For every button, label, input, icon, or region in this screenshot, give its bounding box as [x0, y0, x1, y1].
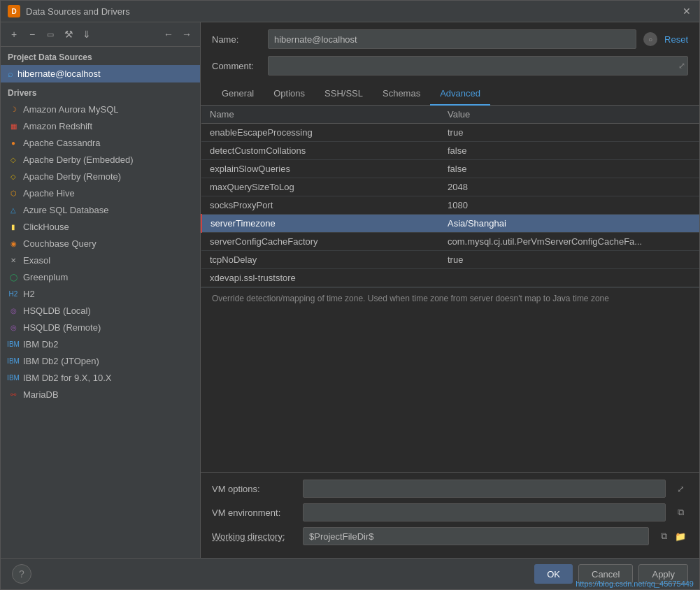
- working-dir-copy-btn[interactable]: ⧉: [656, 528, 671, 544]
- working-dir-label: Working directory:: [212, 531, 296, 542]
- table-row[interactable]: maxQuerySizeToLog 2048: [201, 178, 699, 196]
- table-cell-value: Asia/Shanghai: [439, 215, 699, 233]
- tab-general[interactable]: General: [212, 82, 264, 106]
- tab-ssh_ssl[interactable]: SSH/SSL: [315, 82, 373, 106]
- working-dir-input[interactable]: [303, 527, 649, 545]
- driver-name: Azure SQL Database: [23, 205, 108, 215]
- table-row[interactable]: explainSlowQueries false: [201, 160, 699, 178]
- driver-item[interactable]: △ Azure SQL Database: [1, 201, 200, 218]
- vm-options-expand-btn[interactable]: ⤢: [673, 481, 688, 496]
- copy-button[interactable]: ▭: [43, 27, 58, 42]
- name-label: Name:: [212, 34, 261, 45]
- driver-name: IBM Db2 (JTOpen): [23, 356, 99, 366]
- driver-item[interactable]: IBM IBM Db2 (JTOpen): [1, 352, 200, 369]
- vm-options-input[interactable]: [303, 480, 666, 498]
- props-tbody: enableEscapeProcessing true detectCustom…: [201, 124, 699, 287]
- close-button[interactable]: ✕: [681, 6, 692, 17]
- table-cell-value: 1080: [439, 196, 699, 215]
- ok-button[interactable]: OK: [534, 564, 573, 584]
- data-source-item[interactable]: ⌕ hibernate@localhost: [1, 65, 200, 82]
- driver-item[interactable]: ◇ Apache Derby (Remote): [1, 168, 200, 185]
- driver-icon: ✕: [8, 254, 19, 266]
- driver-icon: ▮: [8, 221, 19, 232]
- vm-env-input[interactable]: [303, 503, 666, 521]
- driver-item[interactable]: ✕ Exasol: [1, 252, 200, 268]
- table-row[interactable]: socksProxyPort 1080: [201, 196, 699, 215]
- working-dir-browse-btn[interactable]: 📁: [673, 528, 688, 544]
- table-row[interactable]: serverConfigCacheFactory com.mysql.cj.ut…: [201, 233, 699, 251]
- working-dir-row: Working directory: ⧉ 📁: [212, 527, 688, 545]
- tab-advanced[interactable]: Advanced: [430, 82, 490, 106]
- reset-icon[interactable]: ○: [643, 32, 657, 46]
- driver-icon: ▦: [8, 120, 19, 131]
- datasource-icon: ⌕: [8, 69, 13, 79]
- driver-item[interactable]: ◎ HSQLDB (Local): [1, 302, 200, 319]
- driver-item[interactable]: ◯ Greenplum: [1, 268, 200, 285]
- reset-link[interactable]: Reset: [664, 34, 688, 45]
- table-row[interactable]: detectCustomCollations false: [201, 142, 699, 160]
- app-icon: D: [8, 5, 20, 17]
- driver-name: Apache Derby (Embedded): [23, 154, 134, 165]
- driver-name: Apache Hive: [23, 188, 75, 199]
- table-row[interactable]: xdevapi.ssl-truststore: [201, 269, 699, 287]
- table-row[interactable]: tcpNoDelay true: [201, 251, 699, 269]
- driver-item[interactable]: ◇ Apache Derby (Embedded): [1, 151, 200, 168]
- tab-options[interactable]: Options: [264, 82, 315, 106]
- tab-schemas[interactable]: Schemas: [373, 82, 430, 106]
- remove-button[interactable]: −: [24, 27, 40, 42]
- comment-input-wrap: ⤢: [268, 56, 688, 75]
- tabs-bar: GeneralOptionsSSH/SSLSchemasAdvanced: [201, 82, 699, 106]
- table-cell-name: serverConfigCacheFactory: [201, 233, 439, 251]
- driver-icon: ◇: [8, 154, 19, 165]
- driver-item[interactable]: ☽ Amazon Aurora MySQL: [1, 101, 200, 117]
- driver-icon: ⚯: [8, 389, 19, 400]
- driver-item[interactable]: ▮ ClickHouse: [1, 218, 200, 235]
- driver-name: Couchbase Query: [23, 238, 97, 249]
- help-button[interactable]: ?: [12, 564, 31, 584]
- project-data-sources-label: Project Data Sources: [1, 47, 200, 65]
- driver-item[interactable]: ▦ Amazon Redshift: [1, 117, 200, 134]
- import-button[interactable]: ⇓: [79, 27, 94, 42]
- table-cell-value: true: [439, 124, 699, 142]
- driver-icon: ◉: [8, 238, 19, 249]
- back-button[interactable]: ←: [161, 27, 176, 42]
- main-content: + − ▭ ⚒ ⇓ ← → Project Data Sources ⌕ hib…: [1, 22, 699, 558]
- table-cell-name: detectCustomCollations: [201, 142, 439, 160]
- driver-item[interactable]: IBM IBM Db2: [1, 336, 200, 352]
- forward-button[interactable]: →: [179, 27, 194, 42]
- driver-name: Amazon Redshift: [23, 121, 92, 131]
- driver-icon: ●: [8, 137, 19, 148]
- driver-item[interactable]: ⬡ Apache Hive: [1, 185, 200, 201]
- driver-item[interactable]: ⚯ MariaDB: [1, 386, 200, 403]
- table-row[interactable]: enableEscapeProcessing true: [201, 124, 699, 142]
- table-row[interactable]: serverTimezone Asia/Shanghai: [201, 215, 699, 233]
- table-cell-name: xdevapi.ssl-truststore: [201, 269, 439, 287]
- driver-icon: ☽: [8, 103, 19, 115]
- driver-item[interactable]: ◉ Couchbase Query: [1, 235, 200, 252]
- name-input[interactable]: [268, 29, 636, 49]
- driver-icon: ⬡: [8, 187, 19, 199]
- vm-env-icons: ⧉: [673, 505, 688, 520]
- table-cell-name: socksProxyPort: [201, 196, 439, 215]
- dialog: D Data Sources and Drivers ✕ + − ▭ ⚒ ⇓ ←…: [0, 0, 700, 590]
- settings-button[interactable]: ⚒: [61, 27, 76, 42]
- table-cell-value: true: [439, 251, 699, 269]
- bottom-fields: VM options: ⤢ VM environment: ⧉ Working …: [201, 472, 699, 558]
- driver-item[interactable]: ● Apache Cassandra: [1, 134, 200, 151]
- driver-name: HSQLDB (Local): [23, 305, 91, 316]
- drivers-label: Drivers: [1, 82, 200, 101]
- add-button[interactable]: +: [6, 27, 22, 42]
- driver-name: IBM Db2 for 9.X, 10.X: [23, 373, 111, 383]
- right-panel: Name: ○ Reset Comment: ⤢ GeneralOptionsS…: [201, 22, 699, 558]
- left-panel: + − ▭ ⚒ ⇓ ← → Project Data Sources ⌕ hib…: [1, 22, 201, 558]
- comment-input[interactable]: [268, 56, 688, 75]
- expand-icon[interactable]: ⤢: [678, 61, 685, 71]
- vm-env-copy-btn[interactable]: ⧉: [673, 505, 688, 520]
- driver-item[interactable]: ◎ HSQLDB (Remote): [1, 319, 200, 336]
- table-cell-value: [439, 269, 699, 287]
- vm-options-icons: ⤢: [673, 481, 688, 496]
- driver-item[interactable]: IBM IBM Db2 for 9.X, 10.X: [1, 369, 200, 386]
- driver-name: Apache Derby (Remote): [23, 171, 121, 182]
- driver-item[interactable]: H2 H2: [1, 285, 200, 302]
- driver-icon: ◎: [8, 322, 19, 333]
